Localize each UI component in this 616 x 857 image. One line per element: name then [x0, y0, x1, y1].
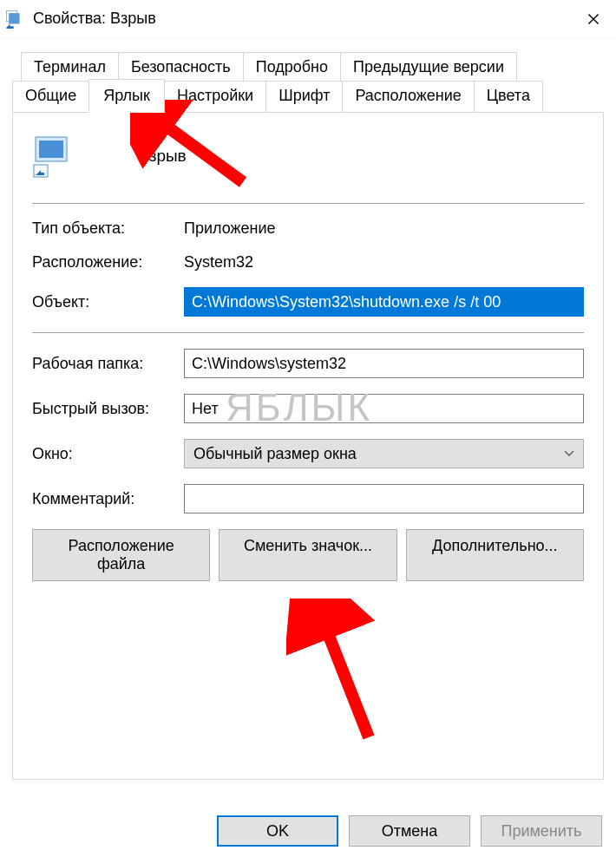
shortcut-icon — [5, 10, 24, 29]
run-dropdown[interactable]: Обычный размер окна — [184, 439, 584, 468]
cancel-button[interactable]: Отмена — [349, 815, 470, 847]
dialog-footer: OK Отмена Применить — [217, 815, 602, 847]
open-file-location-button[interactable]: Расположение файла — [32, 529, 210, 581]
label-workdir: Рабочая папка: — [32, 355, 184, 373]
tab-layout[interactable]: Расположение — [342, 81, 474, 113]
tab-font[interactable]: Шрифт — [265, 81, 343, 113]
chevron-down-icon — [564, 448, 574, 460]
titlebar: Свойства: Взрыв — [0, 0, 616, 38]
label-comment: Комментарий: — [32, 490, 184, 508]
label-hotkey: Быстрый вызов: — [32, 400, 184, 418]
value-location: System32 — [184, 253, 253, 271]
label-location: Расположение: — [32, 253, 184, 271]
tab-terminal[interactable]: Терминал — [21, 52, 119, 82]
tab-security[interactable]: Безопасность — [118, 52, 244, 82]
label-type: Тип объекта: — [32, 219, 184, 238]
workdir-input[interactable] — [184, 349, 584, 378]
tab-details[interactable]: Подробно — [243, 52, 341, 82]
separator — [32, 203, 584, 204]
tab-settings[interactable]: Настройки — [164, 81, 266, 113]
tab-colors[interactable]: Цвета — [474, 81, 543, 113]
tabstrip: Терминал Безопасность Подробно Предыдущи… — [12, 52, 604, 780]
separator — [32, 332, 584, 333]
comment-input[interactable] — [184, 484, 584, 514]
tab-general[interactable]: Общие — [12, 81, 89, 113]
run-dropdown-value: Обычный размер окна — [193, 445, 357, 463]
window-title: Свойства: Взрыв — [33, 10, 576, 28]
svg-rect-3 — [39, 141, 63, 158]
shortcut-large-icon — [32, 134, 77, 179]
change-icon-button[interactable]: Сменить значок... — [219, 529, 396, 581]
label-target: Объект: — [32, 293, 184, 311]
target-input[interactable] — [184, 287, 584, 317]
advanced-button[interactable]: Дополнительно... — [406, 529, 584, 581]
apply-button[interactable]: Применить — [481, 815, 602, 847]
shortcut-name: Взрыв — [138, 147, 187, 166]
close-button[interactable] — [576, 2, 611, 36]
svg-rect-1 — [9, 13, 19, 23]
ok-button[interactable]: OK — [217, 815, 338, 847]
value-type: Приложение — [184, 219, 276, 238]
hotkey-input[interactable] — [184, 394, 584, 423]
tab-shortcut[interactable]: Ярлык — [88, 79, 165, 113]
label-run: Окно: — [32, 445, 184, 463]
tab-previous[interactable]: Предыдущие версии — [340, 52, 517, 82]
